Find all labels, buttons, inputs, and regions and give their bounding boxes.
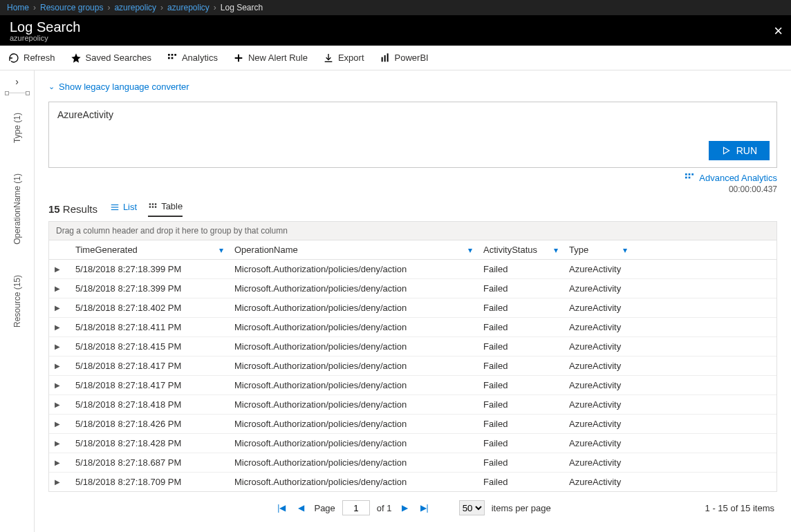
col-time[interactable]: TimeGenerated▾ <box>70 240 229 259</box>
run-button[interactable]: RUN <box>709 141 770 160</box>
table-label: Table <box>161 201 183 211</box>
cell-time: 5/18/2018 8:27:18.418 PM <box>70 395 229 414</box>
cell-time: 5/18/2018 8:27:18.687 PM <box>70 453 229 472</box>
cell-operation: Microsoft.Authorization/policies/deny/ac… <box>229 357 478 375</box>
export-button[interactable]: Export <box>323 53 364 64</box>
svg-rect-2 <box>174 54 176 56</box>
table-row: ▶5/18/2018 8:27:18.709 PMMicrosoft.Autho… <box>49 472 776 491</box>
cell-type: AzureActivity <box>564 260 633 278</box>
svg-rect-4 <box>171 57 174 59</box>
query-editor[interactable]: AzureActivity RUN <box>48 102 777 168</box>
view-table-button[interactable]: Table <box>148 201 183 217</box>
cell-operation: Microsoft.Authorization/policies/deny/ac… <box>229 337 478 356</box>
new-alert-button[interactable]: New Alert Rule <box>233 53 308 64</box>
cell-type: AzureActivity <box>564 415 633 433</box>
svg-rect-21 <box>149 206 151 207</box>
pager-next-icon[interactable]: ▶ <box>399 503 411 513</box>
cell-type: AzureActivity <box>564 298 633 317</box>
cell-operation: Microsoft.Authorization/policies/deny/ac… <box>229 415 478 433</box>
cell-type: AzureActivity <box>564 453 633 472</box>
group-drop-area[interactable]: Drag a column header and drop it here to… <box>48 221 777 240</box>
query-text: AzureActivity <box>57 109 768 120</box>
page-title: Log Search <box>10 19 80 35</box>
cell-time: 5/18/2018 8:27:18.415 PM <box>70 337 229 356</box>
filter-icon[interactable]: ▾ <box>468 245 472 255</box>
pager-prev-icon[interactable]: ◀ <box>295 503 307 513</box>
sidebar-tab-type[interactable]: Type (1) <box>12 113 22 143</box>
advanced-analytics-link[interactable]: Advanced Analytics <box>684 172 777 183</box>
breadcrumb: Home› Resource groups› azurepolicy› azur… <box>0 0 791 15</box>
close-icon[interactable]: × <box>774 22 783 40</box>
col-type[interactable]: Type▾ <box>564 240 633 259</box>
col-operation[interactable]: OperationName▾ <box>229 240 478 259</box>
cell-operation: Microsoft.Authorization/policies/deny/ac… <box>229 298 478 317</box>
cell-status: Failed <box>478 434 564 453</box>
chevron-down-icon: ⌄ <box>48 82 55 91</box>
svg-rect-13 <box>685 177 687 179</box>
bc-current: Log Search <box>221 3 263 12</box>
table-row: ▶5/18/2018 8:27:18.428 PMMicrosoft.Autho… <box>49 433 776 453</box>
sidebar-tab-operation[interactable]: OperationName (1) <box>12 173 22 245</box>
expand-icon[interactable]: ▶ <box>55 362 64 370</box>
refresh-label: Refresh <box>24 53 55 63</box>
pager: |◀ ◀ Page of 1 ▶ ▶| 50 items per page 1 … <box>48 492 777 520</box>
svg-rect-9 <box>387 53 388 61</box>
cell-status: Failed <box>478 453 564 472</box>
cell-status: Failed <box>478 357 564 375</box>
bc-rg[interactable]: azurepolicy <box>114 3 156 12</box>
svg-rect-0 <box>168 54 170 56</box>
table-row: ▶5/18/2018 8:27:18.418 PMMicrosoft.Autho… <box>49 395 776 414</box>
bc-resource[interactable]: azurepolicy <box>167 3 210 12</box>
expand-icon[interactable]: ▶ <box>55 304 64 312</box>
filter-icon[interactable]: ▾ <box>554 245 558 255</box>
cell-time: 5/18/2018 8:27:18.709 PM <box>70 473 229 491</box>
pager-size-select[interactable]: 50 <box>459 500 485 515</box>
table-row: ▶5/18/2018 8:27:18.417 PMMicrosoft.Autho… <box>49 375 776 395</box>
cell-time: 5/18/2018 8:27:18.428 PM <box>70 434 229 453</box>
pager-first-icon[interactable]: |◀ <box>274 503 288 513</box>
pager-last-icon[interactable]: ▶| <box>418 503 431 513</box>
results-count: 15 Results <box>48 203 97 215</box>
cell-status: Failed <box>478 473 564 491</box>
sidebar-expand-icon[interactable]: › <box>15 76 19 87</box>
cell-operation: Microsoft.Authorization/policies/deny/ac… <box>229 395 478 414</box>
pager-of-label: of 1 <box>377 503 392 513</box>
cell-status: Failed <box>478 318 564 336</box>
cell-type: AzureActivity <box>564 337 633 356</box>
analytics-button[interactable]: Analytics <box>167 53 218 64</box>
expand-icon[interactable]: ▶ <box>55 381 64 389</box>
view-list-button[interactable]: List <box>110 201 137 217</box>
cell-status: Failed <box>478 415 564 433</box>
expand-icon[interactable]: ▶ <box>55 478 64 486</box>
svg-rect-16 <box>111 207 119 207</box>
expand-icon[interactable]: ▶ <box>55 265 64 273</box>
bc-resource-groups[interactable]: Resource groups <box>40 3 103 12</box>
expand-icon[interactable]: ▶ <box>55 285 64 292</box>
bc-home[interactable]: Home <box>7 3 29 12</box>
col-status[interactable]: ActivityStatus▾ <box>478 240 564 259</box>
svg-rect-15 <box>111 204 119 205</box>
cell-operation: Microsoft.Authorization/policies/deny/ac… <box>229 376 478 395</box>
filter-icon[interactable]: ▾ <box>623 245 627 255</box>
svg-rect-8 <box>384 55 385 61</box>
saved-searches-button[interactable]: Saved Searches <box>71 53 151 64</box>
refresh-button[interactable]: Refresh <box>8 53 55 64</box>
svg-rect-18 <box>149 203 151 205</box>
cell-time: 5/18/2018 8:27:18.411 PM <box>70 318 229 336</box>
analytics-icon <box>167 53 178 64</box>
powerbi-button[interactable]: PowerBI <box>380 53 429 64</box>
expand-icon[interactable]: ▶ <box>55 343 64 350</box>
powerbi-icon <box>380 53 391 64</box>
svg-rect-1 <box>171 54 174 56</box>
sidebar-tab-resource[interactable]: Resource (15) <box>12 275 22 327</box>
pager-page-label: Page <box>314 503 335 513</box>
expand-icon[interactable]: ▶ <box>55 459 64 466</box>
expand-icon[interactable]: ▶ <box>55 420 64 428</box>
pager-page-input[interactable] <box>342 500 370 515</box>
cell-status: Failed <box>478 279 564 298</box>
expand-icon[interactable]: ▶ <box>55 401 64 408</box>
expand-icon[interactable]: ▶ <box>55 439 64 447</box>
legacy-converter-link[interactable]: ⌄ Show legacy language converter <box>48 82 777 92</box>
filter-icon[interactable]: ▾ <box>219 245 223 255</box>
expand-icon[interactable]: ▶ <box>55 323 64 331</box>
